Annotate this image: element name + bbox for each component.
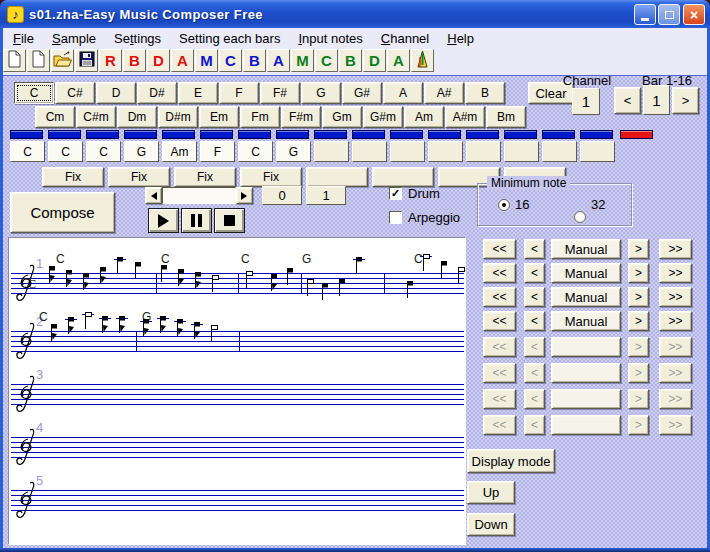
down-button[interactable]: Down (467, 513, 515, 536)
bar-chord-cell-12[interactable] (428, 141, 463, 162)
bar-indicator-9[interactable] (314, 130, 347, 139)
chord-button-g[interactable]: G# (342, 82, 382, 104)
bar-indicator-16[interactable] (580, 130, 613, 139)
chord-button-am[interactable]: Am (404, 106, 444, 128)
chord-button-dm[interactable]: Dm (117, 106, 157, 128)
bar-indicator-current[interactable] (620, 130, 653, 139)
forward-fast-button-row1[interactable]: >> (659, 239, 692, 259)
rewind-fast-button-row2[interactable]: << (483, 263, 516, 283)
bar-next-button[interactable]: > (672, 87, 699, 114)
forward-fast-button-row3[interactable]: >> (659, 287, 692, 307)
bar-chord-cell-1[interactable]: C (10, 141, 45, 162)
bar-chord-cell-4[interactable]: G (124, 141, 159, 162)
minimum-note-16-radio[interactable] (498, 199, 510, 211)
bar-chord-cell-15[interactable] (542, 141, 577, 162)
play-button[interactable] (148, 208, 179, 233)
arpeggio-checkbox[interactable] (389, 211, 402, 224)
forward-button-row2[interactable]: > (628, 263, 649, 283)
bar-indicator-7[interactable] (238, 130, 271, 139)
chord-button-g-m[interactable]: G#m (363, 106, 403, 128)
chord-button-a[interactable]: A# (424, 82, 464, 104)
track-button-1414cc-m[interactable]: M (195, 49, 218, 72)
track-button-0e7d22-m[interactable]: M (291, 49, 314, 72)
manual-button-row4[interactable]: Manual (551, 311, 621, 331)
rewind-fast-button-row1[interactable]: << (483, 239, 516, 259)
track-button-0e7d22-d[interactable]: D (363, 49, 386, 72)
bar-chord-cell-11[interactable] (390, 141, 425, 162)
rewind-fast-button-row4[interactable]: << (483, 311, 516, 331)
track-button-0e7d22-b[interactable]: B (339, 49, 362, 72)
minimize-button[interactable] (634, 4, 656, 25)
menu-help[interactable]: Help (438, 29, 483, 48)
bar-indicator-13[interactable] (466, 130, 499, 139)
bar-indicator-11[interactable] (390, 130, 423, 139)
track-button-0e7d22-a[interactable]: A (387, 49, 410, 72)
chord-button-c[interactable]: C# (55, 82, 95, 104)
chord-button-g[interactable]: G (301, 82, 341, 104)
fix-button-4[interactable]: Fix (240, 167, 302, 187)
chord-button-f-m[interactable]: F#m (281, 106, 321, 128)
save-floppy-button[interactable] (75, 49, 98, 72)
bar-indicator-14[interactable] (504, 130, 537, 139)
bar-indicator-5[interactable] (162, 130, 195, 139)
close-button[interactable]: × (683, 4, 705, 25)
chord-button-bm[interactable]: Bm (486, 106, 526, 128)
track-button-dd1111-r[interactable]: R (99, 49, 122, 72)
chord-button-a[interactable]: A (383, 82, 423, 104)
rewind-button-row3[interactable]: < (524, 287, 545, 307)
chord-button-a-m[interactable]: A#m (445, 106, 485, 128)
track-button-0e7d22-c[interactable]: C (315, 49, 338, 72)
chord-button-b[interactable]: B (465, 82, 505, 104)
menu-settings[interactable]: Settings (105, 29, 170, 48)
bar-chord-cell-3[interactable]: C (86, 141, 121, 162)
scrollbar-track[interactable] (162, 187, 236, 204)
bar-indicator-12[interactable] (428, 130, 461, 139)
rewind-button-row2[interactable]: < (524, 263, 545, 283)
track-button-1414cc-b[interactable]: B (243, 49, 266, 72)
rewind-button-row1[interactable]: < (524, 239, 545, 259)
new-file-button[interactable] (3, 49, 26, 72)
chord-button-c[interactable]: C (14, 82, 54, 104)
bar-indicator-6[interactable] (200, 130, 233, 139)
bar-indicator-2[interactable] (48, 130, 81, 139)
drum-checkbox[interactable]: ✓ (389, 187, 402, 200)
chord-button-d[interactable]: D (96, 82, 136, 104)
maximize-button[interactable] (658, 4, 680, 25)
chord-button-d-m[interactable]: D#m (158, 106, 198, 128)
manual-button-row1[interactable]: Manual (551, 239, 621, 259)
chord-button-e[interactable]: E (178, 82, 218, 104)
blank-file-button[interactable] (27, 49, 50, 72)
manual-button-row2[interactable]: Manual (551, 263, 621, 283)
bar-chord-cell-7[interactable]: C (238, 141, 273, 162)
score-panel[interactable]: 1CCCCGC2CG345 (8, 237, 466, 545)
bar-chord-cell-5[interactable]: Am (162, 141, 197, 162)
up-button[interactable]: Up (467, 481, 515, 504)
bar-chord-cell-13[interactable] (466, 141, 501, 162)
pause-button[interactable] (181, 208, 212, 233)
forward-fast-button-row2[interactable]: >> (659, 263, 692, 283)
bar-chord-cell-2[interactable]: C (48, 141, 83, 162)
scrollbar-left-button[interactable] (145, 187, 162, 204)
bar-indicator-4[interactable] (124, 130, 157, 139)
metronome-button[interactable] (411, 49, 434, 72)
bar-indicator-8[interactable] (276, 130, 309, 139)
bar-chord-cell-9[interactable] (314, 141, 349, 162)
bar-chord-cell-10[interactable] (352, 141, 387, 162)
compose-button[interactable]: Compose (10, 192, 115, 233)
open-folder-button[interactable] (51, 49, 74, 72)
bar-prev-button[interactable]: < (614, 87, 641, 114)
minimum-note-32-radio[interactable] (574, 211, 586, 223)
menu-setting-each-bars[interactable]: Setting each bars (170, 29, 289, 48)
chord-button-f[interactable]: F# (260, 82, 300, 104)
bar-indicator-15[interactable] (542, 130, 575, 139)
bar-indicator-10[interactable] (352, 130, 385, 139)
chord-button-cm[interactable]: Cm (35, 106, 75, 128)
chord-button-d[interactable]: D# (137, 82, 177, 104)
track-button-dd1111-d[interactable]: D (147, 49, 170, 72)
chord-button-fm[interactable]: Fm (240, 106, 280, 128)
menu-file[interactable]: File (4, 29, 43, 48)
track-button-1414cc-c[interactable]: C (219, 49, 242, 72)
chord-button-c-m[interactable]: C#m (76, 106, 116, 128)
bar-chord-cell-14[interactable] (504, 141, 539, 162)
bar-chord-cell-6[interactable]: F (200, 141, 235, 162)
